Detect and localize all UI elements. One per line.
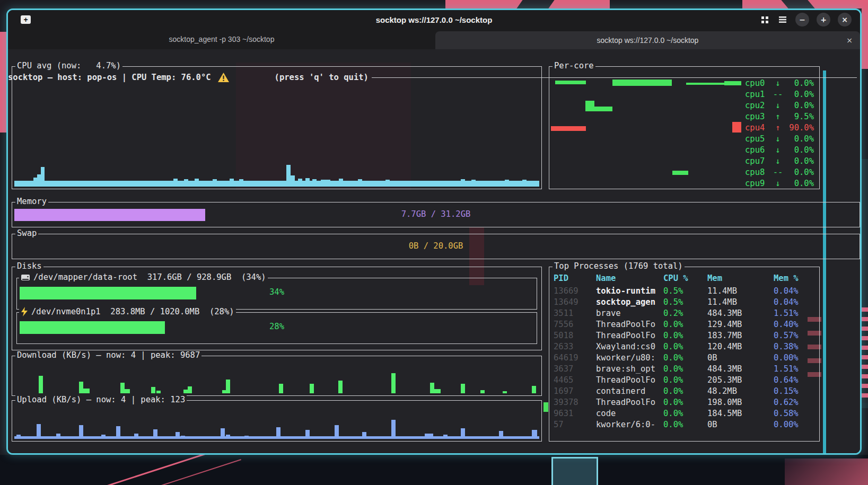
process-name: tokio-runtim (596, 286, 661, 296)
cpu-avg-bar (291, 175, 295, 187)
core-name: cpu7 (745, 156, 771, 166)
window-title: socktop ws://127.0.0 ~/socktop (8, 15, 860, 24)
tab-close-icon[interactable]: × (846, 36, 853, 45)
download-bar (39, 376, 43, 393)
process-cpu: 0.0% (663, 331, 705, 340)
wallpaper-shape (551, 457, 598, 485)
download-bar (226, 380, 230, 393)
cpu-avg-bar (184, 179, 188, 187)
processes-panel: Top Processes (1769 total) PIDNameCPU %M… (549, 267, 820, 442)
process-cpu: 0.0% (663, 320, 705, 329)
disk-label: /dev/mapper/data-root 317.6GB / 928.9GB … (33, 272, 266, 282)
core-value: 0.0% (784, 156, 814, 166)
process-pid: 13649 (554, 297, 592, 307)
cpu-avg-bar (286, 165, 291, 187)
process-memp: 0.04% (774, 286, 816, 296)
cpu-avg-bar (461, 179, 465, 187)
process-cpu: 0.5% (663, 297, 705, 307)
core-trend-icon: ↓ (771, 145, 784, 155)
cpu-avg-bar (37, 174, 41, 187)
wallpaper-shape (0, 32, 6, 133)
disk-subpanel: /dev/nvme0n1p1 283.8MB / 1020.0MB (28%)2… (16, 312, 537, 344)
core-trend-icon: ↓ (771, 179, 784, 188)
tab-socktop-agent[interactable]: socktop_agent -p 303 ~/socktop (8, 29, 435, 49)
process-mem: 120.4MB (707, 342, 771, 351)
upload-bar (181, 436, 185, 439)
process-memp: 0.40% (774, 320, 816, 329)
core-name: cpu2 (745, 101, 771, 110)
cpu-avg-bar (471, 180, 476, 187)
column-header: Mem % (774, 274, 816, 283)
upload-bar (305, 430, 310, 439)
process-row: 7556ThreadPoolFo0.0%129.4MB0.40% (549, 320, 819, 331)
process-name: brave:sh_opt (596, 364, 661, 374)
core-name: cpu4 (745, 123, 771, 133)
process-pid: 64619 (554, 353, 592, 363)
core-trend-icon: ↑ (771, 123, 784, 133)
column-header: Name (596, 274, 661, 283)
process-cpu: 0.0% (663, 386, 705, 396)
minimize-button[interactable]: − (795, 13, 809, 27)
disk-icon (21, 274, 30, 281)
core-trend-icon: -- (771, 167, 784, 177)
process-name: Xwayland:cs0 (596, 342, 661, 351)
process-row: 3511brave0.2%484.3MB1.51% (549, 308, 819, 320)
wallpaper-shape (862, 307, 868, 403)
header-text: socktop — host: pop-os | CPU Temp: 76.0°… (8, 73, 216, 82)
upload-bar (116, 426, 120, 439)
processes-title: Top Processes (1769 total) (553, 261, 685, 271)
desktop-wallpaper: + socktop ws://127.0.0 ~/socktop − + × s… (0, 0, 868, 485)
upload-bar (16, 435, 21, 439)
process-name: brave (596, 308, 661, 318)
upload-bar (391, 420, 396, 439)
bolt-icon (21, 307, 28, 316)
core-row: cpu6↓0.0% (745, 144, 814, 155)
core-value: 9.5% (784, 112, 814, 121)
wallpaper-art (823, 70, 826, 455)
maximize-button[interactable]: + (817, 13, 830, 27)
core-value: 90.0% (784, 123, 814, 133)
terminal-window: + socktop ws://127.0.0 ~/socktop − + × s… (6, 8, 862, 455)
process-table-header: PIDNameCPU %MemMem % (549, 274, 819, 285)
process-row: 39378ThreadPoolFo0.0%198.0MB0.62% (549, 398, 819, 409)
menu-icon[interactable] (777, 15, 788, 24)
disk-list: /dev/mapper/data-root 317.6GB / 928.9GB … (12, 267, 541, 350)
download-bar (391, 373, 396, 393)
disk-label: /dev/nvme0n1p1 283.8MB / 1020.0MB (28%) (31, 307, 234, 316)
upload-bar (101, 435, 106, 439)
column-header: Mem (707, 274, 771, 283)
process-memp: 0.62% (774, 398, 816, 407)
core-name: cpu6 (745, 145, 771, 155)
cpu-avg-bar (195, 179, 199, 187)
upload-bar (425, 434, 433, 439)
process-row: 4465ThreadPoolFo0.0%205.3MB0.64% (549, 375, 819, 386)
download-panel: Download (KB/s) — now: 4 | peak: 9687 (12, 356, 542, 396)
process-mem: 0B (707, 353, 771, 363)
process-name: ThreadPoolFo (596, 375, 661, 385)
process-pid: 1697 (554, 386, 592, 396)
cpu-avg-bar (298, 179, 302, 187)
process-cpu: 0.0% (663, 353, 705, 363)
memory-label: 7.7GB / 31.2GB (12, 209, 860, 219)
process-pid: 3637 (554, 364, 592, 374)
core-trend-icon: ↓ (771, 134, 784, 144)
core-history-segment (672, 171, 688, 175)
process-name: code (596, 409, 661, 418)
download-bar (125, 389, 130, 393)
warning-icon (218, 54, 267, 101)
cpu-avg-bar (321, 180, 330, 187)
core-row: cpu4↑90.0% (745, 122, 814, 133)
layout-grid-icon[interactable] (760, 15, 770, 25)
process-row: 3637brave:sh_opt0.0%484.3MB1.51% (549, 364, 819, 375)
memory-title: Memory (15, 197, 48, 206)
download-bar (338, 381, 343, 393)
upload-bar (79, 425, 83, 439)
close-button[interactable]: × (838, 13, 852, 27)
core-name: cpu9 (745, 179, 771, 188)
process-mem: 48.2MB (707, 386, 771, 396)
process-memp: 0.00% (774, 420, 816, 429)
process-cpu: 0.0% (663, 398, 705, 407)
process-name: kworker/u80: (596, 353, 661, 363)
disk-percent-label: 34% (17, 287, 537, 297)
tab-socktop-client[interactable]: socktop ws://127.0.0 ~/socktop × (435, 31, 860, 49)
